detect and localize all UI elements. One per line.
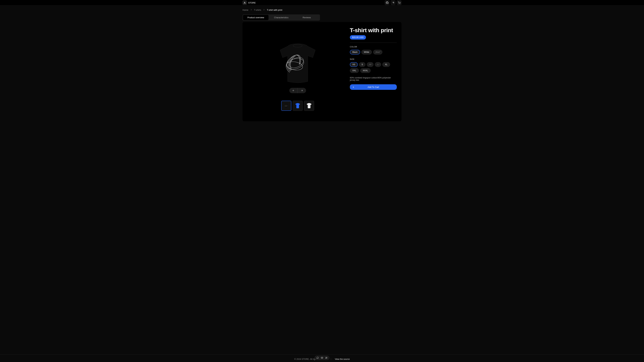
- size-s[interactable]: S: [359, 62, 366, 67]
- size-xl[interactable]: XL: [382, 62, 390, 67]
- svg-point-0: [399, 3, 399, 4]
- color-label: COLOR: [350, 46, 397, 48]
- tab-overview[interactable]: Product overview: [243, 15, 268, 20]
- theme-toggle[interactable]: [391, 0, 396, 5]
- thumb-black[interactable]: [281, 101, 291, 111]
- size-m: M: [367, 62, 374, 67]
- size-xxxl[interactable]: XXXL: [360, 68, 371, 73]
- tshirt-black-icon: [272, 39, 323, 89]
- cart-button[interactable]: [397, 0, 402, 5]
- tshirt-white-thumb-icon: [306, 102, 312, 109]
- product-gallery: [246, 27, 350, 118]
- product-details: T-shirt with print $20.00 USD COLOR Blac…: [350, 27, 398, 118]
- breadcrumb-home[interactable]: Home: [242, 9, 248, 11]
- svg-point-17: [326, 357, 326, 358]
- size-options: XS S M L XL XXL XXXL: [350, 62, 397, 73]
- dev-toolbar: [314, 356, 330, 360]
- tshirt-blue-thumb-icon: [294, 102, 301, 109]
- color-black[interactable]: Black: [350, 50, 360, 54]
- site-header: STORE: [0, 0, 644, 5]
- comment-icon[interactable]: [316, 357, 319, 359]
- svg-point-1: [400, 3, 400, 4]
- color-white[interactable]: White: [362, 50, 372, 54]
- github-link[interactable]: [385, 0, 390, 5]
- size-xs[interactable]: XS: [350, 62, 358, 67]
- product-card: T-shirt with print $20.00 USD COLOR Blac…: [242, 22, 402, 121]
- cart-icon: [398, 1, 400, 4]
- arrow-right-icon: [301, 89, 303, 92]
- tab-reviews[interactable]: Reviews: [294, 15, 320, 20]
- logo-icon: [242, 0, 247, 5]
- tshirt-black-thumb-icon: [283, 102, 290, 109]
- divider: [350, 42, 397, 43]
- product-tabs: Product overview Characteristics Reviews: [242, 14, 320, 21]
- plus-icon: [352, 86, 354, 88]
- sliders-icon[interactable]: [325, 357, 328, 359]
- svg-point-19: [326, 358, 326, 359]
- tab-characteristics[interactable]: Characteristics: [268, 15, 294, 20]
- color-options: Black White Blue: [350, 50, 397, 54]
- size-l: L: [375, 62, 381, 67]
- arrow-left-icon: [292, 89, 295, 92]
- gallery-nav: [289, 88, 306, 93]
- add-to-cart-button[interactable]: Add To Cart: [350, 84, 397, 90]
- product-title: T-shirt with print: [350, 27, 397, 33]
- footer-source-link[interactable]: View the source: [335, 358, 350, 360]
- chevron-right-icon: [263, 8, 265, 11]
- add-to-cart-label: Add To Cart: [368, 86, 379, 88]
- gallery-next[interactable]: [298, 88, 306, 93]
- brand[interactable]: STORE: [242, 0, 256, 5]
- gallery-thumbs: [281, 101, 314, 111]
- size-xxl[interactable]: XXL: [350, 68, 359, 73]
- breadcrumb-category[interactable]: T-shirts: [254, 9, 261, 11]
- brand-name: STORE: [248, 1, 256, 4]
- eye-icon[interactable]: [321, 357, 323, 359]
- price-badge: $20.00 USD: [350, 35, 366, 39]
- thumb-white[interactable]: [304, 101, 314, 111]
- breadcrumb-current: T-shirt with print: [267, 9, 282, 11]
- breadcrumb: Home T-shirts T-shirt with print: [242, 5, 402, 14]
- gallery-prev[interactable]: [289, 88, 298, 93]
- chevron-right-icon: [250, 8, 252, 11]
- github-icon: [386, 1, 388, 4]
- product-description: 60% combed ringspun cotton/40% polyester…: [350, 77, 397, 81]
- moon-icon: [392, 1, 394, 4]
- size-label: SIZE: [350, 58, 397, 60]
- thumb-blue[interactable]: [293, 101, 303, 111]
- svg-point-13: [322, 358, 322, 358]
- color-blue: Blue: [373, 50, 382, 54]
- main-product-image: [246, 27, 350, 101]
